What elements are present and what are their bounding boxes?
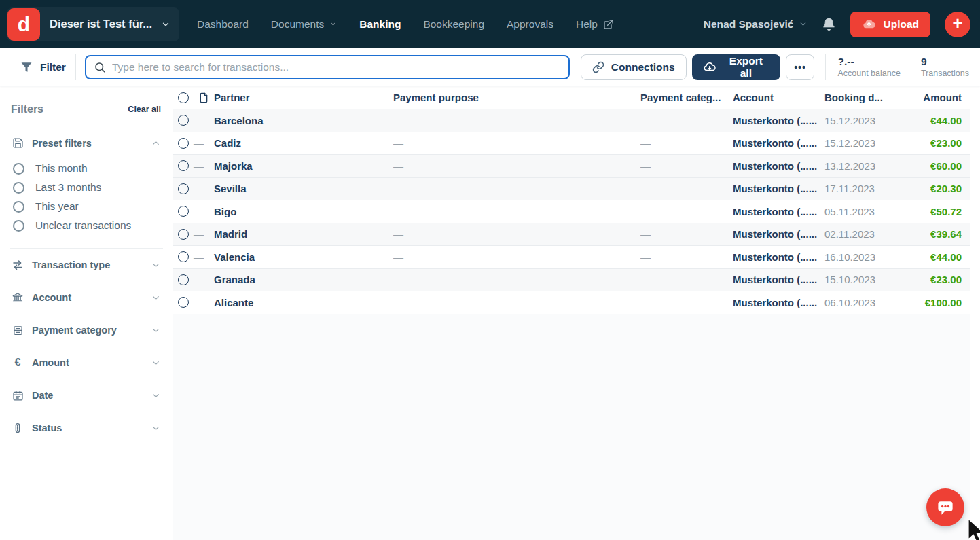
transactions-count-value: 9 <box>921 55 969 68</box>
row-select-circle[interactable] <box>178 160 189 171</box>
row-select-circle[interactable] <box>178 183 189 194</box>
user-menu[interactable]: Nenad Spasojević <box>704 18 808 31</box>
notifications-bell-icon[interactable] <box>822 17 836 31</box>
user-name: Nenad Spasojević <box>704 18 794 31</box>
row-select-circle[interactable] <box>178 206 189 217</box>
nav-item-documents[interactable]: Documents <box>271 18 337 31</box>
booking-date-cell: 17.11.2023 <box>824 183 892 194</box>
chevron-down-icon <box>329 20 337 28</box>
upload-label: Upload <box>883 18 919 31</box>
document-status: — <box>194 251 214 263</box>
chevron-down-icon <box>161 20 170 29</box>
table-row[interactable]: — Sevilla — — Musterkonto (...... 17.11.… <box>173 178 970 201</box>
preset-filter-option[interactable]: This month <box>13 162 162 175</box>
sidebar-section-account[interactable]: Account <box>0 281 173 314</box>
brand-logo-letter: d <box>18 14 30 35</box>
radio-icon[interactable] <box>13 201 24 213</box>
account-balance-stat: ?.-- Account balance <box>837 55 900 79</box>
support-chat-button[interactable] <box>926 488 964 526</box>
sidebar-section-amount[interactable]: € Amount <box>0 346 173 379</box>
search-input[interactable] <box>112 61 561 73</box>
row-select-circle[interactable] <box>178 251 189 262</box>
navbar-right: Nenad Spasojević Upload + <box>704 12 970 37</box>
amount-cell: €44.00 <box>892 115 962 126</box>
document-status: — <box>194 274 214 285</box>
sidebar-section-transaction-type[interactable]: Transaction type <box>0 249 173 281</box>
booking-date-cell: 13.12.2023 <box>824 160 892 172</box>
table-row[interactable]: — Bigo — — Musterkonto (...... 05.11.202… <box>173 200 970 223</box>
row-select-circle[interactable] <box>178 297 189 308</box>
more-actions-button[interactable]: ••• <box>786 54 815 80</box>
radio-icon[interactable] <box>13 220 24 232</box>
company-selector[interactable]: d Dieser ist Test für... <box>7 7 179 41</box>
sidebar-section-status[interactable]: Status <box>0 412 173 444</box>
filter-button[interactable]: Filter <box>11 54 75 80</box>
booking-date-cell: 15.12.2023 <box>824 137 892 149</box>
radio-icon[interactable] <box>13 182 24 194</box>
row-select-circle[interactable] <box>178 115 189 126</box>
clear-all-link[interactable]: Clear all <box>128 105 161 114</box>
divider <box>825 54 826 80</box>
col-header-payment-purpose[interactable]: Payment purpose <box>393 92 640 103</box>
chevron-down-icon <box>151 423 161 433</box>
payment-category-cell: — <box>640 137 733 149</box>
add-button[interactable]: + <box>945 12 970 37</box>
table-row[interactable]: — Madrid — — Musterkonto (...... 02.11.2… <box>173 223 970 247</box>
account-cell: Musterkonto (...... <box>733 160 824 172</box>
radio-icon[interactable] <box>13 163 24 175</box>
filters-title: Filters <box>11 103 43 115</box>
table-row[interactable]: — Granada — — Musterkonto (...... 15.10.… <box>173 269 970 292</box>
main-nav: Dashboard Documents Banking Bookkeeping … <box>197 18 614 31</box>
export-all-button[interactable]: Export all <box>692 54 780 80</box>
chevron-down-icon <box>151 391 161 401</box>
chevron-down-icon <box>151 260 161 270</box>
select-all-circle[interactable] <box>178 92 189 103</box>
col-header-partner[interactable]: Partner <box>214 92 393 103</box>
scrollbar-gutter[interactable] <box>970 86 980 540</box>
amount-cell: €39.64 <box>892 228 962 240</box>
transactions-count-label: Transactions <box>921 68 969 79</box>
upload-button[interactable]: Upload <box>850 12 930 37</box>
row-select-circle[interactable] <box>178 229 189 240</box>
account-balance-value: ?.-- <box>837 55 900 68</box>
payment-purpose-cell: — <box>393 137 640 149</box>
nav-item-approvals[interactable]: Approvals <box>507 18 553 31</box>
payment-category-cell: — <box>640 251 733 263</box>
nav-item-bookkeeping[interactable]: Bookkeeping <box>423 18 484 31</box>
row-select-circle[interactable] <box>178 274 189 285</box>
sidebar-section-date[interactable]: Date <box>0 379 173 412</box>
table-row[interactable]: — Cadiz — — Musterkonto (...... 15.12.20… <box>173 132 970 156</box>
table-row[interactable]: — Valencia — — Musterkonto (...... 16.10… <box>173 246 970 269</box>
booking-date-cell: 15.10.2023 <box>824 274 892 285</box>
payment-category-cell: — <box>640 206 733 217</box>
ellipsis-icon: ••• <box>794 62 806 73</box>
payment-purpose-cell: — <box>393 228 640 240</box>
table-row[interactable]: — Majorka — — Musterkonto (...... 13.12.… <box>173 155 970 178</box>
col-header-payment-category[interactable]: Payment categ... <box>640 92 733 103</box>
col-header-booking-date[interactable]: Booking d... <box>824 92 892 103</box>
nav-item-dashboard[interactable]: Dashboard <box>197 18 249 31</box>
search-bar <box>85 55 570 79</box>
preset-filter-option[interactable]: Last 3 months <box>13 181 162 194</box>
table-row[interactable]: — Alicante — — Musterkonto (...... 06.10… <box>173 291 970 314</box>
table-row[interactable]: — Barcelona — — Musterkonto (...... 15.1… <box>173 109 970 132</box>
summary-stats: ?.-- Account balance 9 Transactions <box>837 55 969 79</box>
payment-category-cell: — <box>640 160 733 172</box>
account-cell: Musterkonto (...... <box>733 297 824 308</box>
preset-filters-section-header[interactable]: Preset filters <box>0 128 173 149</box>
row-select-circle[interactable] <box>178 138 189 149</box>
divider <box>75 54 76 80</box>
nav-item-banking[interactable]: Banking <box>359 18 401 31</box>
connections-button[interactable]: Connections <box>581 54 687 80</box>
document-status: — <box>194 183 214 194</box>
preset-filter-option[interactable]: Unclear transactions <box>13 219 162 232</box>
nav-item-help[interactable]: Help <box>576 18 614 31</box>
col-header-account[interactable]: Account <box>733 92 824 103</box>
chat-bubble-icon <box>935 497 956 518</box>
account-cell: Musterkonto (...... <box>733 137 824 149</box>
preset-filter-option[interactable]: This year <box>13 200 162 213</box>
col-header-amount[interactable]: Amount <box>892 92 962 103</box>
sidebar-section-payment-category[interactable]: Payment category <box>0 314 173 346</box>
cloud-upload-icon <box>862 17 876 31</box>
account-cell: Musterkonto (...... <box>733 274 824 285</box>
